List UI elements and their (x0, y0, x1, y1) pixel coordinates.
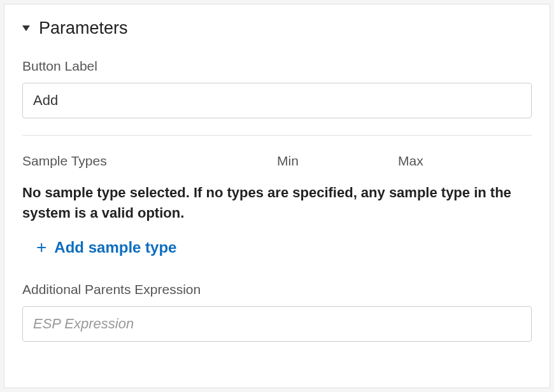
button-label-label: Button Label (22, 59, 532, 74)
caret-down-icon (22, 25, 30, 31)
col-header-max: Max (398, 153, 532, 169)
button-label-field-group: Button Label (22, 59, 532, 118)
col-header-sample-types: Sample Types (22, 153, 277, 169)
section-header[interactable]: Parameters (22, 18, 532, 38)
additional-parents-field-group: Additional Parents Expression (22, 282, 532, 342)
columns-header: Sample Types Min Max (22, 153, 532, 169)
divider (22, 135, 532, 136)
add-sample-type-button[interactable]: + Add sample type (36, 239, 176, 256)
section-title: Parameters (39, 18, 128, 38)
button-label-input[interactable] (22, 83, 532, 118)
no-sample-type-message: No sample type selected. If no types are… (22, 183, 532, 223)
plus-icon: + (36, 239, 46, 256)
parameters-panel: Parameters Button Label Sample Types Min… (4, 4, 550, 388)
additional-parents-label: Additional Parents Expression (22, 282, 532, 297)
add-sample-type-label: Add sample type (54, 239, 176, 256)
additional-parents-input[interactable] (22, 306, 532, 342)
col-header-min: Min (277, 153, 398, 169)
